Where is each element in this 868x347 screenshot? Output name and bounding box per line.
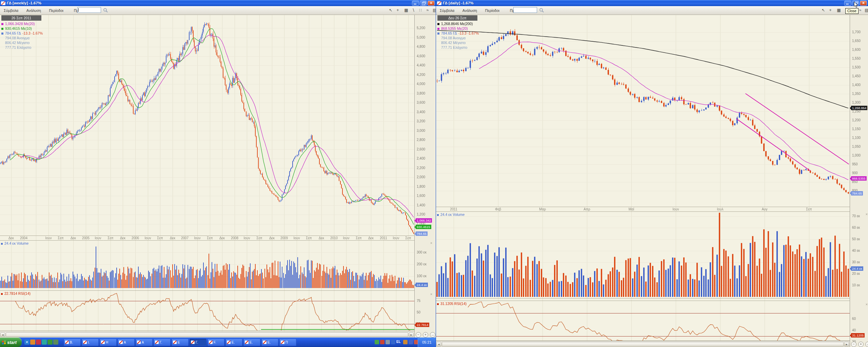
task-button-5[interactable]: Α <box>136 339 153 346</box>
volume-tray-icon[interactable] <box>403 340 408 344</box>
start-button[interactable]: start <box>0 338 22 347</box>
task-button-3[interactable]: Η <box>100 339 117 346</box>
task-button-1[interactable]: Β. <box>64 339 81 346</box>
network-tray-icon[interactable] <box>386 340 390 344</box>
close-volume-pane-icon[interactable]: × <box>865 212 868 217</box>
zoom-fit-button[interactable]: ↔ <box>430 332 435 338</box>
scroll-thumb[interactable] <box>442 342 844 346</box>
close-button[interactable]: × <box>860 1 867 6</box>
alert-tray-icon[interactable] <box>380 340 384 344</box>
menu-item-1[interactable]: Σύμβολα <box>2 8 20 13</box>
task-button-11[interactable]: Ε. <box>243 339 260 346</box>
taskbar-clock[interactable]: 05:21 <box>418 338 436 347</box>
internet-explorer-icon[interactable]: e <box>24 340 29 345</box>
task-button-8[interactable]: Γ. <box>190 339 206 346</box>
grid-icon[interactable]: ▦ <box>403 7 409 14</box>
scroll-left-arrow[interactable]: ◄ <box>0 332 5 337</box>
legend-text: 806.42 Μέγιστο <box>5 41 29 45</box>
rsi-header-text: 31.1205 RSI(14) <box>440 302 467 306</box>
chart-legend: Δευ 26 Σεπ1,268.8646 Με(200)868.5355 Με(… <box>437 15 479 50</box>
volume-marker <box>1 243 3 245</box>
display-tray-icon[interactable] <box>409 340 413 344</box>
close-rsi-pane-icon[interactable]: × <box>865 303 868 307</box>
volume-header: 24.4 εκ Volume <box>1 241 28 245</box>
task-button-13[interactable]: Π <box>279 339 296 346</box>
window-daily: ΓΔ [daily] -1.67% × ΣύμβολαΑνάλυσηΠερίοδ… <box>436 0 868 347</box>
chart-canvas[interactable] <box>0 15 436 338</box>
menu-item-2[interactable]: Ανάλυση <box>461 8 479 13</box>
legend-marker <box>1 28 3 30</box>
legend-date-badge: Δευ 26 Σεπ <box>437 15 477 21</box>
minimize-button[interactable] <box>844 1 851 6</box>
price-badge: 930.4615 <box>416 225 431 229</box>
pointer-icon[interactable]: ↖ <box>388 7 394 14</box>
trendline-icon[interactable]: ∖ <box>410 7 416 14</box>
zoom-out-button[interactable]: − <box>416 332 421 338</box>
zoom-in-button[interactable]: + <box>858 342 864 347</box>
horizontal-scrollbar[interactable]: ◄► <box>436 341 850 347</box>
task-button-7[interactable]: Ε <box>172 339 189 346</box>
task-button-label: Α <box>124 341 126 344</box>
pattern-icon[interactable]: ∷ <box>417 7 423 14</box>
task-button-label: Ε. <box>250 341 253 344</box>
scroll-right-arrow[interactable]: ► <box>409 332 414 337</box>
pointer-icon[interactable]: ↖ <box>820 7 826 14</box>
chart-window-icon <box>101 341 105 344</box>
messenger-icon[interactable] <box>36 340 41 345</box>
restore-button[interactable] <box>420 1 427 6</box>
media-player-icon[interactable] <box>47 340 53 345</box>
zoom-out-button[interactable]: − <box>851 342 856 347</box>
save-icon[interactable]: ▤ <box>864 7 868 14</box>
windows-logo-icon <box>2 340 6 344</box>
grid-icon[interactable]: ▦ <box>836 7 842 14</box>
task-button-4[interactable]: Α <box>118 339 135 346</box>
task-button-6[interactable]: Γ. <box>154 339 171 346</box>
zoom-in-icon[interactable]: + <box>395 7 401 14</box>
schedule-icon[interactable] <box>30 340 35 345</box>
language-indicator[interactable]: EL <box>396 340 401 344</box>
task-button-label: Ε. <box>268 341 271 344</box>
close-rsi-pane-icon[interactable]: × <box>429 292 433 297</box>
scroll-left-arrow[interactable]: ◄ <box>436 342 441 346</box>
recycle-bin-icon[interactable] <box>53 340 58 345</box>
antivirus-tray-icon[interactable] <box>375 340 379 344</box>
globe-icon[interactable] <box>42 340 47 345</box>
search-input[interactable] <box>513 7 537 13</box>
menu-item-1[interactable]: Σύμβολα <box>438 8 456 13</box>
task-button-2[interactable]: Ι. <box>82 339 99 346</box>
chart-window-icon <box>137 341 141 344</box>
price-badge: 784.65 <box>416 231 428 236</box>
search-input[interactable] <box>77 7 101 13</box>
task-button-12[interactable]: Ε. <box>261 339 278 346</box>
titlebar[interactable]: ΓΔ [weekly] -1.67% × <box>0 0 436 6</box>
titlebar[interactable]: ΓΔ [daily] -1.67% × <box>436 0 868 6</box>
search-icon[interactable] <box>103 8 108 13</box>
chart-window-icon <box>281 341 284 344</box>
chart-icon[interactable]: ≈ <box>425 7 431 14</box>
taskbar: starteΒ.Ι.ΗΑΑΓ.ΕΓ.F.Ε.Ε.Ε.ΠEL05:21 <box>0 338 436 347</box>
zoom-in-icon[interactable]: + <box>827 7 833 14</box>
task-button-label: Β. <box>70 341 73 344</box>
volume-header-text: 24.4 εκ Volume <box>440 212 465 217</box>
close-volume-pane-icon[interactable]: × <box>429 241 433 245</box>
scroll-right-arrow[interactable]: ► <box>844 342 849 346</box>
horizontal-scrollbar[interactable]: ◄► <box>0 331 414 338</box>
menu-item-3[interactable]: Περίοδοι <box>484 8 501 13</box>
legend-marker <box>437 28 439 30</box>
scroll-thumb[interactable] <box>6 332 408 337</box>
task-button-10[interactable]: Ε. <box>225 339 242 346</box>
task-button-9[interactable]: F. <box>208 339 224 346</box>
search-icon[interactable] <box>539 8 544 13</box>
zoom-fit-button[interactable]: ↔ <box>865 342 868 347</box>
minimize-button[interactable] <box>412 1 419 6</box>
task-button-label: Α <box>142 341 144 344</box>
legend-text: 1,066.3428 Με(20) <box>5 22 35 26</box>
menu-item-2[interactable]: Ανάλυση <box>25 8 43 13</box>
updates-tray-icon[interactable] <box>391 340 395 344</box>
chart-canvas[interactable] <box>436 15 868 347</box>
zoom-in-button[interactable]: + <box>423 332 428 338</box>
rsi-badge: 31.1205 <box>851 333 865 338</box>
menu-item-3[interactable]: Περίοδοι <box>47 8 65 13</box>
close-button[interactable]: × <box>428 1 435 6</box>
rsi-marker <box>437 303 439 305</box>
